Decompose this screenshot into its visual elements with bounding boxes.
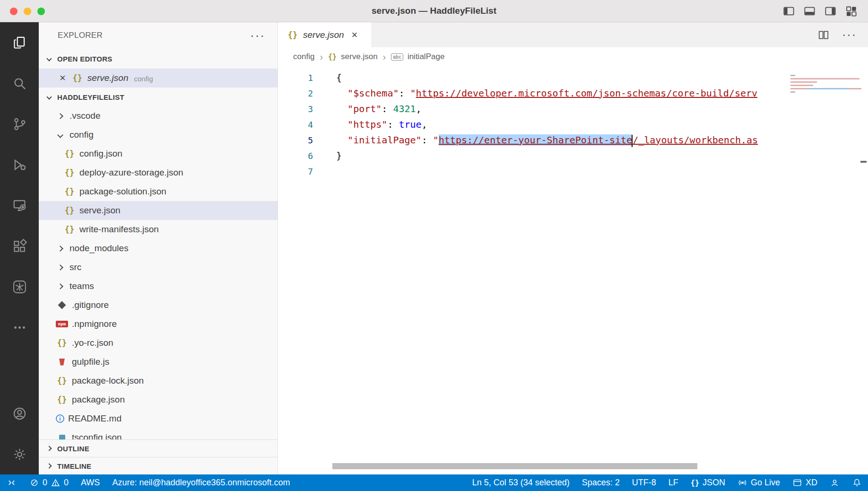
json-icon: {} [56,338,68,348]
toggle-panel-icon[interactable] [803,5,816,18]
explorer-icon[interactable] [0,22,39,63]
open-editor-item[interactable]: × {} serve.json config [39,69,278,88]
activity-bar [0,22,39,474]
minimize-window-button[interactable] [24,8,31,15]
tree-item-label: .vscode [69,111,100,121]
code-line[interactable]: 4 "https": true, [278,117,868,132]
overview-ruler-cursor-mark [860,161,867,163]
code-line[interactable]: 7 [278,164,868,179]
project-header[interactable]: HADDLEYFILELIST [39,88,278,106]
tab-bar: {} serve.json × ··· [278,22,868,47]
close-window-button[interactable] [10,8,17,15]
tree-item[interactable]: {}.yo-rc.json [39,333,278,352]
tab-serve-json[interactable]: {} serve.json × [278,22,372,47]
json-icon: {} [286,30,299,40]
warning-icon [51,478,61,488]
tree-item-label: deploy-azure-storage.json [79,167,183,178]
bell-icon [852,478,862,488]
editor-more-actions-icon[interactable]: ··· [842,28,857,42]
code-line[interactable]: 6} [278,148,868,164]
toggle-primary-sidebar-icon[interactable] [782,5,795,18]
titlebar: serve.json — HaddleyFileList [0,0,868,22]
chevron-down-icon [46,56,52,61]
tree-item[interactable]: {}package-lock.json [39,371,278,390]
horizontal-scrollbar[interactable] [332,463,697,469]
problems-indicator[interactable]: 0 0 [23,474,75,491]
tree-item[interactable]: node_modules [39,239,278,258]
json-icon: {} [328,52,337,61]
go-live-button[interactable]: Go Live [731,474,786,491]
open-editors-header[interactable]: OPEN EDITORS [39,49,278,69]
breadcrumb-symbol[interactable]: initialPage [408,52,444,61]
remote-indicator[interactable] [0,474,23,491]
settings-gear-icon[interactable] [0,434,39,474]
tree-item[interactable]: {}serve.json [39,201,278,220]
tree-item[interactable]: {}package.json [39,390,278,409]
cursor-position[interactable]: Ln 5, Col 53 (34 selected) [466,474,576,491]
feedback-button[interactable] [824,474,846,491]
run-debug-icon[interactable] [0,144,39,185]
json-icon: {} [63,168,76,177]
tree-item[interactable]: {}write-manifests.json [39,220,278,239]
tree-item[interactable]: config [39,125,278,144]
minimap[interactable] [787,66,868,265]
symbol-string-icon: abc [391,53,403,61]
code-line[interactable]: 1{ [278,70,868,86]
tree-item[interactable]: gulpfile.js [39,352,278,371]
tree-item-label: gulpfile.js [72,357,109,367]
open-editor-detail: config [134,73,153,83]
indentation-status[interactable]: Spaces: 2 [576,474,626,491]
tree-item[interactable]: {}package-solution.json [39,182,278,201]
customize-layout-icon[interactable] [845,5,858,18]
close-tab-icon[interactable]: × [352,30,358,40]
account-icon[interactable] [0,393,39,434]
tree-item[interactable]: iREADME.md [39,409,278,428]
xd-status[interactable]: XD [786,474,824,491]
remote-explorer-icon[interactable] [0,185,39,226]
more-views-icon[interactable] [0,307,39,348]
window-controls [10,0,45,22]
code-line[interactable]: 2 "$schema": "https://developer.microsof… [278,86,868,101]
chevron-right-icon [57,283,63,289]
outline-header[interactable]: OUTLINE [39,439,278,457]
toggle-secondary-sidebar-icon[interactable] [824,5,837,18]
tree-item[interactable]: src [39,258,278,277]
tree-item[interactable]: tsconfig.json [39,428,278,439]
notifications-button[interactable] [846,474,868,491]
code-lines: 1{2 "$schema": "https://developer.micros… [278,66,868,179]
tree-item-label: write-manifests.json [79,224,159,235]
breadcrumb-file[interactable]: serve.json [341,52,377,61]
source-control-icon[interactable] [0,104,39,144]
code-line-text: "initialPage": "https://enter-your-Share… [336,132,758,148]
breadcrumb-folder[interactable]: config [293,52,314,61]
eol-status[interactable]: LF [662,474,685,491]
aws-status[interactable]: AWS [75,474,106,491]
tree-item[interactable]: {}deploy-azure-storage.json [39,163,278,182]
chevron-right-icon [57,264,63,271]
tree-item[interactable]: npm.npmignore [39,315,278,333]
zoom-window-button[interactable] [37,8,45,15]
azure-account-status[interactable]: Azure: neil@haddleyoffice365.onmicrosoft… [106,474,296,491]
tree-item[interactable]: teams [39,277,278,296]
language-mode[interactable]: {} JSON [685,474,731,491]
close-editor-icon[interactable]: × [60,73,66,83]
kubernetes-icon[interactable] [0,266,39,307]
tree-item-label: .npmignore [72,319,117,329]
chevron-right-icon [57,113,63,119]
window-title: serve.json — HaddleyFileList [372,6,496,16]
npm-icon: npm [56,321,68,327]
tree-item[interactable]: .vscode [39,106,278,125]
code-editor[interactable]: 1{2 "$schema": "https://developer.micros… [278,66,868,474]
line-number: 3 [278,101,313,117]
code-line-text: "port": 4321, [336,101,422,117]
tree-item[interactable]: .gitignore [39,296,278,315]
search-icon[interactable] [0,63,39,104]
encoding-status[interactable]: UTF-8 [626,474,662,491]
split-editor-icon[interactable] [817,29,830,41]
code-line[interactable]: 3 "port": 4321, [278,101,868,117]
json-icon: {} [63,149,76,158]
timeline-header[interactable]: TIMELINE [39,457,278,474]
tree-item[interactable]: {}config.json [39,144,278,163]
extensions-icon[interactable] [0,226,39,266]
code-line[interactable]: 5 "initialPage": "https://enter-your-Sha… [278,132,868,148]
